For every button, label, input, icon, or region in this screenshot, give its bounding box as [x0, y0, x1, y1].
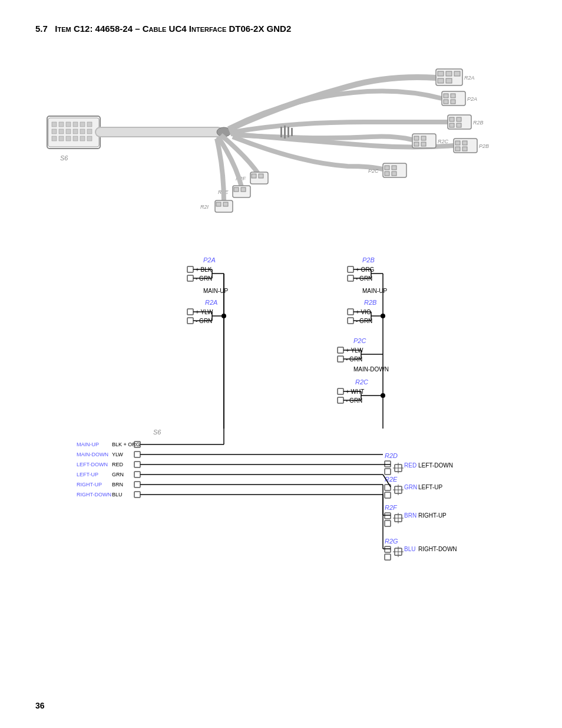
svg-text:R2F: R2F [385, 504, 398, 511]
wiring-schematic: P2A + BLK - GRN MAIN-UP R2A + [35, 246, 527, 611]
svg-rect-26 [438, 78, 444, 83]
svg-rect-2 [52, 122, 57, 127]
page: 5.7 Item C12: 44658-24 – Cable UC4 Inter… [0, 0, 562, 728]
svg-rect-128 [338, 347, 343, 353]
svg-text:LEFT-UP: LEFT-UP [77, 472, 98, 477]
svg-text:R2D: R2D [385, 452, 398, 459]
svg-rect-140 [338, 388, 343, 394]
svg-rect-72 [284, 126, 286, 139]
svg-rect-180 [134, 492, 140, 498]
svg-rect-11 [73, 129, 78, 134]
svg-rect-17 [73, 136, 78, 141]
svg-rect-201 [385, 521, 391, 526]
svg-rect-67 [421, 136, 426, 140]
svg-rect-19 [87, 136, 92, 141]
svg-rect-18 [80, 136, 85, 141]
svg-text:MAIN-UP: MAIN-UP [77, 442, 99, 447]
svg-text:R2C: R2C [355, 378, 368, 386]
svg-rect-143 [338, 397, 343, 403]
svg-text:YLW: YLW [112, 452, 123, 457]
svg-rect-175 [134, 482, 140, 487]
svg-rect-4 [66, 122, 71, 127]
svg-text:R2A: R2A [205, 299, 217, 306]
svg-text:MAIN-UP: MAIN-UP [203, 288, 229, 294]
svg-rect-71 [280, 127, 282, 137]
svg-rect-15 [59, 136, 64, 141]
svg-text:BLK + ORG: BLK + ORG [112, 442, 140, 447]
svg-rect-74 [291, 128, 293, 136]
svg-text:R2B: R2B [473, 120, 484, 126]
svg-rect-12 [80, 129, 85, 134]
svg-text:R2C: R2C [438, 139, 449, 144]
svg-rect-62 [385, 172, 389, 176]
svg-rect-200 [385, 513, 391, 519]
svg-rect-38 [449, 123, 454, 127]
svg-rect-44 [455, 147, 460, 151]
svg-text:R2E: R2E [385, 476, 398, 483]
svg-rect-14 [52, 136, 57, 141]
svg-text:BLU: BLU [404, 546, 415, 552]
svg-rect-210 [385, 546, 391, 552]
svg-text:BRN: BRN [112, 482, 123, 487]
svg-rect-52 [234, 187, 239, 192]
svg-text:MAIN-DOWN: MAIN-DOWN [353, 366, 389, 373]
svg-rect-37 [457, 117, 461, 121]
svg-rect-13 [87, 129, 92, 134]
svg-text:S6: S6 [60, 154, 68, 162]
svg-rect-184 [385, 461, 391, 467]
svg-rect-36 [449, 117, 454, 121]
svg-text:S6: S6 [153, 429, 161, 436]
svg-text:RIGHT-UP: RIGHT-UP [418, 512, 447, 519]
svg-rect-165 [134, 462, 140, 467]
svg-text:P2A: P2A [203, 256, 216, 263]
svg-rect-102 [348, 266, 353, 272]
svg-rect-159 [134, 452, 140, 457]
svg-text:GRN: GRN [112, 472, 124, 477]
svg-text:MAIN-DOWN: MAIN-DOWN [77, 452, 108, 457]
svg-rect-68 [414, 142, 419, 146]
svg-text:RED: RED [404, 462, 416, 469]
svg-rect-79 [187, 275, 193, 281]
svg-text:LEFT-DOWN: LEFT-DOWN [77, 462, 108, 467]
svg-text:P2C: P2C [368, 168, 379, 174]
svg-rect-30 [444, 94, 448, 98]
svg-text:RIGHT-UP: RIGHT-UP [77, 482, 102, 487]
svg-rect-170 [134, 472, 140, 477]
svg-text:R2A: R2A [464, 75, 475, 81]
svg-text:P2B: P2B [479, 143, 489, 149]
svg-rect-76 [187, 266, 193, 272]
svg-rect-43 [462, 141, 467, 145]
svg-rect-114 [348, 309, 353, 315]
svg-rect-49 [259, 174, 263, 178]
svg-rect-23 [438, 71, 444, 76]
svg-rect-3 [59, 122, 64, 127]
svg-rect-31 [451, 94, 455, 98]
svg-text:P2A: P2A [467, 96, 477, 102]
svg-rect-9 [59, 129, 64, 134]
svg-text:R2I: R2I [200, 204, 209, 210]
svg-rect-48 [252, 174, 256, 178]
svg-text:R2G: R2G [385, 538, 398, 545]
cable-diagram-3d: S6 R2A [35, 45, 527, 240]
svg-rect-5 [73, 122, 78, 127]
page-number: 36 [35, 701, 45, 710]
svg-rect-117 [348, 318, 353, 324]
svg-text:RIGHT-DOWN: RIGHT-DOWN [418, 546, 457, 552]
svg-rect-73 [287, 127, 289, 137]
svg-rect-66 [414, 136, 419, 140]
svg-text:MAIN-UP: MAIN-UP [362, 288, 388, 294]
svg-text:R2B: R2B [364, 299, 376, 306]
svg-rect-57 [223, 202, 228, 206]
svg-rect-53 [241, 187, 246, 192]
svg-rect-6 [80, 122, 85, 127]
section-title: 5.7 Item C12: 44658-24 – Cable UC4 Inter… [35, 24, 527, 34]
svg-text:P2B: P2B [362, 256, 375, 263]
svg-rect-211 [385, 554, 391, 560]
svg-rect-131 [338, 356, 343, 362]
svg-rect-7 [87, 122, 92, 127]
svg-rect-24 [446, 71, 452, 76]
svg-text:P2C: P2C [353, 337, 366, 344]
svg-text:GRN: GRN [404, 484, 417, 490]
svg-rect-16 [66, 136, 71, 141]
svg-rect-33 [451, 100, 455, 104]
